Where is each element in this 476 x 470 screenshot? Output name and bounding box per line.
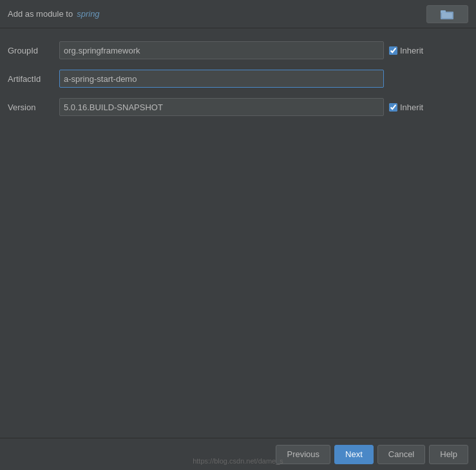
version-inherit-wrap: Inherit — [389, 103, 423, 112]
project-name: spring — [77, 9, 99, 19]
version-inherit-checkbox[interactable] — [389, 103, 397, 112]
footer: Previous Next Cancel Help — [0, 438, 476, 470]
version-inherit-label[interactable]: Inherit — [400, 103, 423, 112]
group-id-inherit-label[interactable]: Inherit — [400, 46, 423, 55]
artifact-id-input[interactable] — [59, 70, 384, 88]
svg-rect-2 — [442, 13, 452, 18]
cancel-button[interactable]: Cancel — [377, 445, 425, 464]
version-row: Version Inherit — [8, 95, 468, 119]
artifact-id-label: ArtifactId — [8, 74, 59, 84]
form-area: GroupId Inherit ArtifactId Version Inher… — [0, 28, 476, 134]
folder-icon — [441, 9, 455, 19]
version-input[interactable] — [59, 98, 384, 116]
group-id-inherit-checkbox[interactable] — [389, 46, 397, 55]
svg-rect-1 — [441, 10, 446, 13]
previous-button[interactable]: Previous — [276, 445, 330, 464]
group-id-input[interactable] — [59, 41, 384, 59]
group-id-row: GroupId Inherit — [8, 39, 468, 62]
dialog-container: Add as module to spring GroupId Inherit … — [0, 0, 476, 470]
header-row: Add as module to spring — [0, 0, 476, 28]
main-content — [0, 134, 476, 438]
artifact-id-row: ArtifactId — [8, 67, 468, 90]
next-button[interactable]: Next — [334, 445, 374, 464]
add-as-module-label: Add as module to — [8, 9, 73, 19]
group-id-label: GroupId — [8, 46, 59, 55]
help-button[interactable]: Help — [429, 445, 468, 464]
select-module-folder-button[interactable] — [426, 5, 468, 23]
group-id-inherit-wrap: Inherit — [389, 46, 423, 55]
version-label: Version — [8, 103, 59, 112]
